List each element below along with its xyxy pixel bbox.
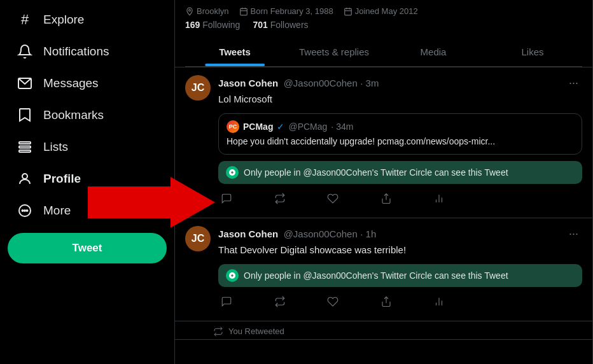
tweet-text: Lol Microsoft (218, 92, 582, 107)
sidebar: # Explore Notifications Messages (0, 0, 175, 364)
svg-point-10 (189, 9, 191, 11)
sidebar-item-label: Messages (43, 76, 99, 90)
svg-point-4 (22, 174, 27, 179)
circle-icon (226, 269, 239, 282)
like-button[interactable] (324, 190, 341, 210)
more-icon (17, 202, 33, 219)
svg-point-6 (22, 210, 24, 211)
quoted-tweet[interactable]: PC PCMag ✓ @PCMag · 34m Hope you didn't … (218, 113, 582, 155)
quoted-avatar: PC (227, 120, 239, 133)
sidebar-item-explore[interactable]: # Explore (8, 5, 167, 34)
reply-button[interactable] (218, 293, 235, 313)
tweet-actions (218, 293, 447, 313)
tweet-time: · 3m (360, 78, 379, 88)
tab-likes[interactable]: Likes (483, 38, 582, 66)
tweet-body: Jason Cohen @Jason00Cohen · 3m ··· Lol M… (218, 75, 582, 210)
circle-icon (226, 166, 239, 179)
verified-badge: ✓ (277, 122, 284, 132)
analytics-button[interactable] (431, 190, 447, 210)
reply-button[interactable] (218, 190, 235, 210)
reply-icon (221, 296, 232, 311)
tweet-more-button[interactable]: ··· (565, 226, 582, 242)
tweet-header: Jason Cohen @Jason00Cohen · 1h ··· (218, 226, 582, 242)
quoted-time: · 34m (331, 122, 353, 132)
profile-info-bar: Brooklyn Born February 3, 1988 (185, 6, 582, 16)
profile-location: Brooklyn (185, 6, 229, 16)
retweet-button[interactable] (272, 293, 288, 313)
retweet-button[interactable] (272, 190, 288, 210)
tab-tweets-replies[interactable]: Tweets & replies (284, 38, 384, 66)
circle-badge: Only people in @Jason00Cohen's Twitter C… (218, 161, 582, 184)
profile-tabs: Tweets Tweets & replies Media Likes (185, 38, 582, 67)
tweet-author-info: Jason Cohen @Jason00Cohen · 1h (218, 228, 376, 240)
avatar: JC (185, 75, 211, 101)
retweet-bar: You Retweeted (175, 321, 592, 340)
sidebar-item-lists[interactable]: Lists (8, 132, 167, 162)
quoted-text: Hope you didn't accidentally upgrade! pc… (227, 136, 574, 148)
svg-point-8 (27, 210, 28, 211)
tweet-handle: @Jason00Cohen (284, 78, 358, 88)
svg-rect-3 (19, 150, 31, 152)
quoted-handle: @PCMag (288, 122, 327, 132)
profile-stats: 169 Following 701 Followers (185, 20, 582, 30)
retweet-bar-text: You Retweeted (228, 326, 284, 336)
tab-media[interactable]: Media (384, 38, 483, 66)
tweet-handle: @Jason00Cohen (284, 228, 358, 239)
tweet-more-button[interactable]: ··· (565, 75, 582, 91)
heart-icon (327, 193, 338, 207)
reply-icon (221, 193, 232, 207)
tweet-card: JC Jason Cohen @Jason00Cohen · 1h ··· Th… (175, 218, 592, 321)
retweet-icon (274, 296, 286, 311)
circle-badge: Only people in @Jason00Cohen's Twitter C… (218, 264, 582, 287)
person-icon (17, 171, 33, 187)
sidebar-item-label: Profile (43, 172, 81, 186)
followers-stat[interactable]: 701 Followers (253, 20, 308, 30)
main-content: Brooklyn Born February 3, 1988 (175, 0, 593, 364)
sidebar-item-label: Lists (43, 140, 68, 154)
sidebar-item-label: More (43, 204, 71, 218)
quoted-author: PCMag (243, 122, 273, 132)
circle-text: Only people in @Jason00Cohen's Twitter C… (244, 270, 508, 281)
tweet-author-info: Jason Cohen @Jason00Cohen · 3m (218, 78, 379, 89)
tweet-author: Jason Cohen (218, 78, 278, 88)
share-button[interactable] (378, 190, 394, 210)
sidebar-item-notifications[interactable]: Notifications (8, 37, 167, 66)
heart-icon (327, 296, 338, 311)
svg-rect-15 (344, 8, 351, 15)
profile-birthdate: Born February 3, 1988 (239, 6, 333, 16)
svg-rect-11 (240, 8, 247, 15)
tweet-body: Jason Cohen @Jason00Cohen · 1h ··· That … (218, 226, 582, 313)
tweet-header: Jason Cohen @Jason00Cohen · 3m ··· (218, 75, 582, 91)
sidebar-item-label: Explore (43, 13, 84, 27)
svg-point-7 (24, 210, 25, 211)
sidebar-item-more[interactable]: More (8, 196, 167, 225)
sidebar-item-label: Bookmarks (43, 108, 104, 122)
sidebar-item-bookmarks[interactable]: Bookmarks (8, 101, 167, 130)
tweet-author: Jason Cohen (218, 228, 278, 239)
sidebar-item-profile[interactable]: Profile (8, 164, 167, 193)
svg-rect-1 (19, 142, 31, 144)
tweet-text: That Devolver Digital showcase was terri… (218, 243, 582, 258)
bell-icon (17, 43, 33, 60)
sidebar-item-label: Notifications (43, 45, 109, 59)
bookmark-icon (17, 107, 33, 123)
circle-text: Only people in @Jason00Cohen's Twitter C… (244, 167, 508, 178)
share-button[interactable] (378, 293, 394, 313)
tweet-actions (218, 190, 447, 210)
tab-tweets[interactable]: Tweets (185, 38, 284, 66)
profile-join-date: Joined May 2012 (344, 6, 418, 16)
retweet-bar-icon (213, 326, 223, 337)
hash-icon: # (17, 11, 33, 28)
sidebar-item-messages[interactable]: Messages (8, 69, 167, 98)
svg-rect-2 (19, 146, 31, 148)
bar-chart-icon (433, 296, 445, 311)
analytics-button[interactable] (431, 293, 447, 313)
like-button[interactable] (324, 293, 341, 313)
bar-chart-icon (433, 193, 445, 207)
profile-meta: Brooklyn Born February 3, 1988 (175, 0, 592, 67)
mail-icon (17, 75, 33, 92)
following-stat[interactable]: 169 Following (185, 20, 240, 30)
upload-icon (380, 193, 392, 207)
tweet-button[interactable]: Tweet (8, 233, 167, 263)
list-icon (17, 139, 33, 155)
